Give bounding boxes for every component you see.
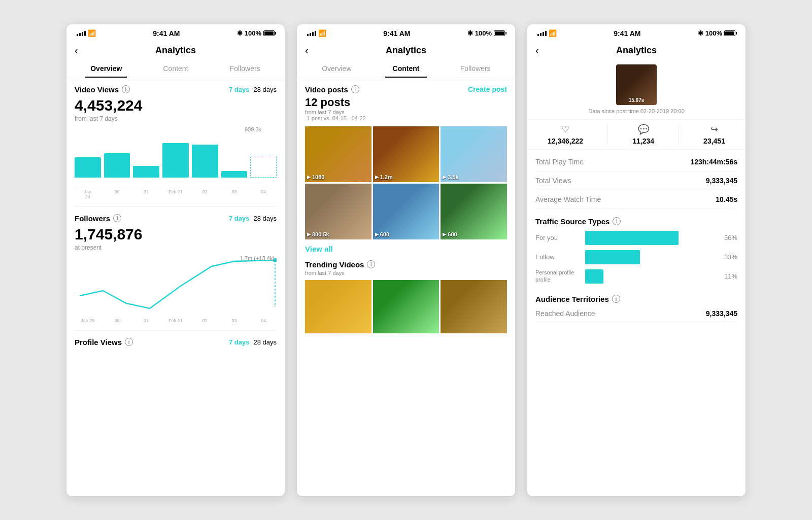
x-label-3: Feb 01 (162, 189, 189, 199)
bar-feb02 (192, 134, 218, 178)
line-x-0: Jan 29 (75, 318, 101, 323)
tabs-2: Overview Content Followers (297, 58, 515, 78)
line-x-3: Feb 01 (162, 318, 189, 323)
tab-followers-1[interactable]: Followers (210, 58, 280, 78)
post-duration: 15.67s (629, 97, 645, 103)
profile-filter-28[interactable]: 28 days (253, 338, 277, 346)
video-posts-header: Video posts i Create post (305, 85, 507, 94)
video-thumb-5[interactable]: ▶ 600 (441, 184, 507, 239)
traffic-bar-wrap-0 (585, 231, 715, 245)
tab-content-1[interactable]: Content (141, 58, 211, 78)
x-label-4: 02 (192, 189, 218, 199)
line-chart-labels: Jan 29 30 31 Feb 01 02 03 04 (75, 318, 277, 323)
video-overlay-5: ▶ 600 (443, 231, 457, 237)
play-icon-0: ▶ (307, 175, 311, 180)
filter-7-days[interactable]: 7 days (229, 86, 249, 93)
video-overlay-3: ▶ 800.5k (307, 231, 329, 237)
video-views-filters: 7 days 28 days (229, 86, 277, 93)
stat-divider-1 (607, 124, 608, 145)
status-bar-3: 📶 9:41 AM ✱ 100% (527, 24, 746, 41)
back-button-3[interactable]: ‹ (535, 45, 539, 56)
bar-feb04 (250, 134, 277, 178)
wifi-icon-3: 📶 (549, 29, 557, 37)
audience-title: Audience Territories i (535, 295, 737, 303)
audience-info-icon[interactable]: i (612, 295, 620, 303)
trending-info-icon[interactable]: i (367, 260, 375, 268)
time-1: 9:41 AM (153, 29, 180, 38)
phone-detail: 📶 9:41 AM ✱ 100% ‹ Analytics 15.67s Data… (527, 24, 746, 496)
battery-pct-2: 100% (475, 29, 492, 37)
play-icon-3: ▶ (307, 232, 311, 237)
followers-filter-28[interactable]: 28 days (253, 215, 277, 222)
phone-content: 📶 9:41 AM ✱ 100% ‹ Analytics Overview Co… (297, 24, 515, 496)
stat-divider-2 (679, 124, 679, 145)
followers-header: Followers i 7 days 28 days (75, 214, 277, 223)
header-2: ‹ Analytics (297, 41, 515, 58)
video-thumb-4[interactable]: ▶ 600 (373, 184, 439, 239)
line-x-1: 30 (104, 318, 130, 323)
video-thumb-3[interactable]: ▶ 800.5k (305, 184, 371, 239)
video-thumb-1[interactable]: ▶ 1.2m (373, 126, 439, 182)
status-right-3: ✱ 100% (698, 29, 735, 37)
x-label-2: 31 (133, 189, 159, 199)
shares-value: 23,451 (703, 137, 725, 145)
trending-title: Trending Videos (305, 260, 364, 269)
trending-thumb-2[interactable] (441, 280, 507, 333)
detail-label-2: Average Watch Time (535, 195, 601, 203)
view-all-button[interactable]: View all (305, 245, 507, 253)
battery-icon-1 (263, 30, 275, 36)
stats-row: ♡ 12,346,222 💬 11,234 ↪ 23,451 (527, 119, 746, 150)
trending-thumb-0[interactable] (305, 280, 371, 333)
line-x-6: 04 (250, 318, 277, 323)
tab-followers-2[interactable]: Followers (441, 58, 510, 78)
filter-28-days[interactable]: 28 days (253, 86, 277, 93)
video-views-title: Video Views i (75, 85, 130, 94)
video-views-sub: from last 7 days (75, 115, 277, 122)
traffic-pct-1: 33% (719, 253, 737, 261)
trending-thumb-1[interactable] (373, 280, 439, 333)
play-icon-2: ▶ (443, 175, 446, 180)
followers-sub: at present (75, 244, 277, 251)
video-views-info-icon[interactable]: i (122, 85, 130, 93)
tab-overview-1[interactable]: Overview (72, 58, 141, 78)
line-x-5: 03 (221, 318, 248, 323)
traffic-section: Traffic Source Types i For you 56% Follo… (527, 212, 746, 292)
status-bar-2: 📶 9:41 AM ✱ 100% (297, 24, 515, 41)
video-thumb-0[interactable]: ▶ 1080 (305, 126, 371, 182)
overview-content: Video Views i 7 days 28 days 4,453,224 f… (66, 78, 285, 496)
tab-content-2[interactable]: Content (371, 58, 441, 78)
phone-overview: 📶 9:41 AM ✱ 100% ‹ Analytics Overview Co… (66, 24, 285, 496)
audience-value-0: 9,333,345 (706, 309, 737, 318)
traffic-title: Traffic Source Types i (535, 217, 737, 226)
detail-label-1: Total Views (535, 177, 571, 185)
video-thumb-2[interactable]: ▶ 3.5k (441, 126, 507, 182)
traffic-info-icon[interactable]: i (613, 217, 621, 225)
tab-overview-2[interactable]: Overview (302, 58, 371, 78)
create-post-button[interactable]: Create post (468, 85, 507, 93)
posts-sub1: from last 7 days -1 post vs. 04-15 - 04-… (305, 109, 507, 121)
status-left-3: 📶 (537, 29, 557, 37)
profile-filter-7[interactable]: 7 days (229, 338, 249, 346)
signal-bars-3 (537, 31, 547, 36)
signal-bars-1 (77, 31, 86, 36)
followers-info-icon[interactable]: i (113, 214, 121, 222)
signal-bars-2 (307, 31, 316, 36)
video-overlay-2: ▶ 3.5k (443, 174, 458, 180)
play-icon-5: ▶ (443, 232, 446, 237)
back-button-2[interactable]: ‹ (305, 45, 309, 56)
audience-row-0: Reached Audience 9,333,345 (535, 305, 737, 322)
wifi-icon-2: 📶 (318, 29, 326, 37)
video-posts-info-icon[interactable]: i (351, 85, 359, 93)
audience-label-0: Reached Audience (535, 309, 595, 318)
profile-views-header: Profile Views i 7 days 28 days (75, 338, 277, 346)
post-date: Data since post time 02-20-2019 20:00 (527, 108, 746, 119)
wifi-icon-1: 📶 (88, 29, 96, 37)
back-button-1[interactable]: ‹ (75, 45, 78, 56)
battery-icon-3 (724, 30, 735, 36)
video-overlay-0: ▶ 1080 (307, 174, 324, 180)
video-overlay-1: ▶ 1.2m (375, 174, 393, 180)
profile-views-info-icon[interactable]: i (125, 338, 133, 346)
traffic-row-0: For you 56% (535, 231, 737, 245)
line-x-2: 31 (133, 318, 159, 323)
followers-filter-7[interactable]: 7 days (229, 215, 249, 222)
